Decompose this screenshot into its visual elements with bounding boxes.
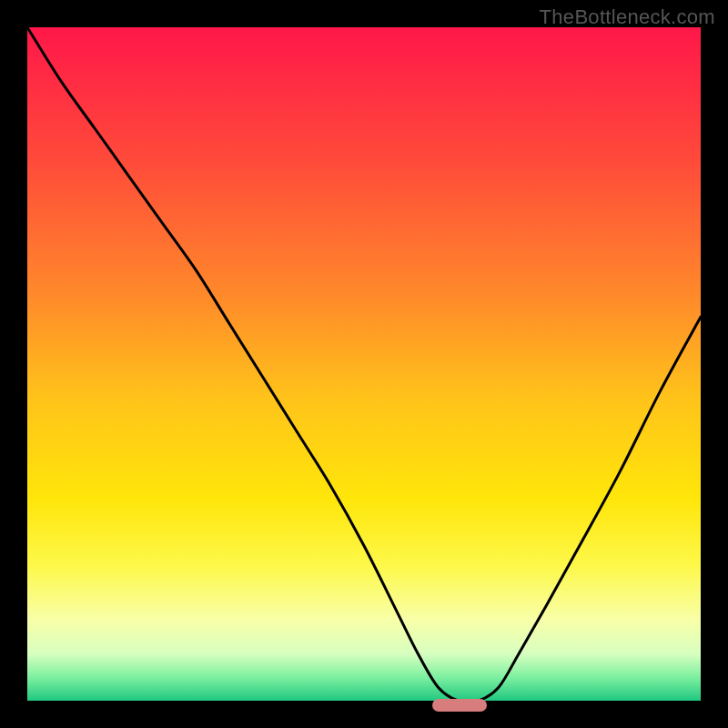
chart-svg <box>0 0 728 728</box>
watermark: TheBottleneck.com <box>540 5 715 29</box>
plot-area <box>27 27 701 701</box>
chart-container: { "watermark": "TheBottleneck.com", "gra… <box>0 0 728 728</box>
optimum-marker <box>432 699 487 712</box>
